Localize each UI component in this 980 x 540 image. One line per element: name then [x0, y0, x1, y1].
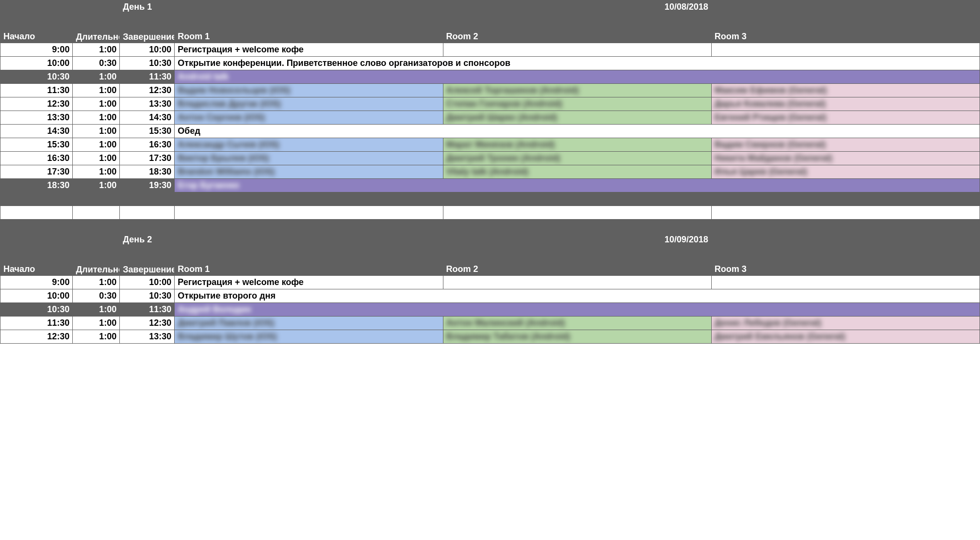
schedule-row: 15:301:0016:30Александр Сычев (iOS)Марат…: [0, 138, 980, 152]
blank-cell: [73, 0, 120, 14]
cell-duration: 1:00: [73, 84, 120, 97]
spacer-cell: [120, 192, 175, 206]
schedule-row: 9:001:0010:00Регистрация + welcome кофе: [0, 276, 980, 289]
day-label: День 2: [120, 233, 175, 247]
cell-room3: Максим Ефимов (General): [711, 84, 980, 97]
cell-duration: 1:00: [73, 111, 120, 125]
cell-start: 10:30: [0, 303, 73, 317]
cell-room2: Владимир Табатов (Android): [443, 330, 711, 344]
spacer-cell: [175, 206, 443, 220]
day-label: День 1: [120, 0, 175, 14]
spacer-row: [0, 206, 980, 220]
cell-start: 16:30: [0, 152, 73, 165]
col-duration: Длительность: [73, 14, 120, 43]
spacer-cell: [0, 192, 73, 206]
cell-duration: 1:00: [73, 276, 120, 289]
cell-room1: Brandon Williams (iOS): [175, 165, 443, 179]
cell-keynote: Андрей Володин: [175, 303, 980, 317]
cell-room2: [443, 43, 711, 57]
schedule-row: 12:301:0013:30Владимир Шутов (iOS)Владим…: [0, 330, 980, 344]
day-date: 10/08/2018: [443, 0, 711, 14]
column-header-row: НачалоДлительностьЗавершениеRoom 1Room 2…: [0, 14, 980, 43]
schedule-row: 12:301:0013:30Владислав Другак (iOS)Степ…: [0, 97, 980, 111]
cell-start: 18:30: [0, 179, 73, 192]
cell-end: 12:30: [120, 84, 175, 97]
col-room2: Room 2: [443, 14, 711, 43]
day-header-row: День 110/08/2018: [0, 0, 980, 14]
schedule-row: 10:000:3010:30Открытие второго дня: [0, 289, 980, 303]
cell-end: 17:30: [120, 152, 175, 165]
cell-room2: Антон Малинский (Android): [443, 317, 711, 330]
schedule-row: 11:301:0012:30Вадим Новосельцев (iOS)Але…: [0, 84, 980, 97]
spacer-cell: [120, 220, 175, 233]
cell-end: 10:30: [120, 57, 175, 70]
cell-end: 18:30: [120, 165, 175, 179]
cell-room3: [711, 43, 980, 57]
cell-start: 15:30: [0, 138, 73, 152]
cell-duration: 0:30: [73, 289, 120, 303]
cell-end: 12:30: [120, 317, 175, 330]
cell-end: 16:30: [120, 138, 175, 152]
cell-start: 12:30: [0, 330, 73, 344]
cell-room3: Никита Майданов (General): [711, 152, 980, 165]
blank-cell: [73, 233, 120, 247]
cell-room1: Дмитрий Павлов (iOS): [175, 317, 443, 330]
schedule-row: 13:301:0014:30Антон Сергеев (iOS)Дмитрий…: [0, 111, 980, 125]
schedule-table: День 110/08/2018НачалоДлительностьЗаверш…: [0, 0, 980, 344]
blank-cell: [175, 0, 443, 14]
schedule-row: 17:301:0018:30Brandon Williams (iOS)Vita…: [0, 165, 980, 179]
cell-room2: [443, 276, 711, 289]
spacer-row: [0, 220, 980, 233]
col-end: Завершение: [120, 247, 175, 276]
schedule-row: 16:301:0017:30Виктор Брылев (iOS)Дмитрий…: [0, 152, 980, 165]
schedule-row: 10:000:3010:30Открытие конференции. Прив…: [0, 57, 980, 70]
blank-cell: [175, 233, 443, 247]
cell-end: 10:00: [120, 276, 175, 289]
schedule-row: 9:001:0010:00Регистрация + welcome кофе: [0, 43, 980, 57]
cell-room3: [711, 276, 980, 289]
col-end: Завершение: [120, 14, 175, 43]
day-date: 10/09/2018: [443, 233, 711, 247]
spacer-cell: [443, 220, 711, 233]
cell-room1: Антон Сергеев (iOS): [175, 111, 443, 125]
cell-start: 12:30: [0, 97, 73, 111]
cell-duration: 1:00: [73, 179, 120, 192]
schedule-row: 10:301:0011:30Андрей Володин: [0, 303, 980, 317]
cell-merged: Обед: [175, 125, 980, 138]
cell-room3: Дарья Ковалева (General): [711, 97, 980, 111]
spacer-cell: [711, 220, 980, 233]
cell-room1: Регистрация + welcome кофе: [175, 276, 443, 289]
cell-start: 10:30: [0, 70, 73, 84]
cell-start: 10:00: [0, 57, 73, 70]
cell-duration: 1:00: [73, 152, 120, 165]
cell-keynote: Егор Бугаенко: [175, 179, 980, 192]
cell-room3: Илья Царев (General): [711, 165, 980, 179]
cell-merged: Открытие конференции. Приветственное сло…: [175, 57, 980, 70]
cell-duration: 1:00: [73, 43, 120, 57]
spacer-cell: [711, 206, 980, 220]
spacer-cell: [711, 192, 980, 206]
cell-start: 11:30: [0, 317, 73, 330]
spacer-cell: [443, 192, 711, 206]
blank-cell: [0, 0, 73, 14]
cell-room2: Марат Минязов (Android): [443, 138, 711, 152]
spacer-cell: [175, 220, 443, 233]
schedule-row: 14:301:0015:30Обед: [0, 125, 980, 138]
schedule-row: 10:301:0011:30Android talk: [0, 70, 980, 84]
spacer-cell: [0, 220, 73, 233]
cell-duration: 1:00: [73, 165, 120, 179]
cell-duration: 1:00: [73, 303, 120, 317]
blank-cell: [711, 0, 980, 14]
cell-room1: Виктор Брылев (iOS): [175, 152, 443, 165]
cell-duration: 1:00: [73, 138, 120, 152]
blank-cell: [711, 233, 980, 247]
schedule-row: 18:301:0019:30Егор Бугаенко: [0, 179, 980, 192]
col-room1: Room 1: [175, 14, 443, 43]
cell-end: 13:30: [120, 330, 175, 344]
day-header-row: День 210/09/2018: [0, 233, 980, 247]
col-start: Начало: [0, 14, 73, 43]
cell-room1: Владимир Шутов (iOS): [175, 330, 443, 344]
cell-duration: 1:00: [73, 125, 120, 138]
spacer-cell: [73, 206, 120, 220]
cell-room1: Регистрация + welcome кофе: [175, 43, 443, 57]
